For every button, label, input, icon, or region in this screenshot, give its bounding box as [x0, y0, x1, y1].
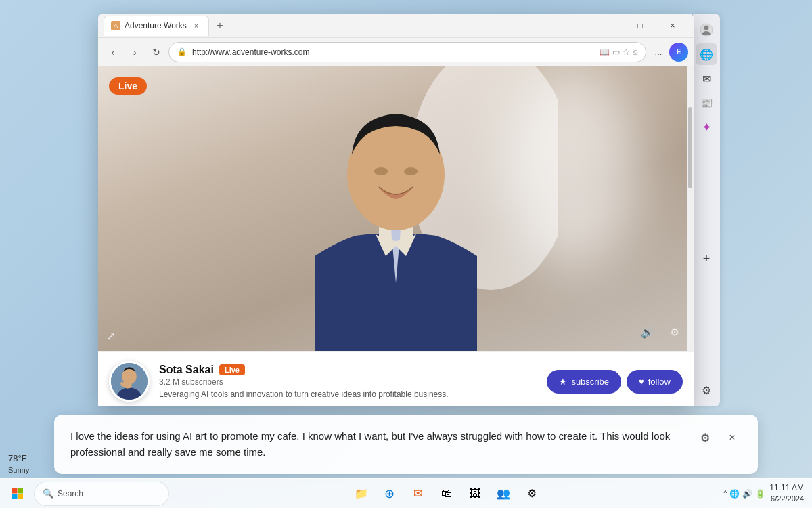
reader-icon[interactable]: 📖 — [600, 47, 610, 57]
share-icon[interactable]: ⎋ — [633, 47, 637, 57]
settings-icon: ⚙ — [670, 326, 679, 339]
video-background — [98, 66, 694, 351]
taskbar-settings[interactable]: ⚙ — [520, 482, 544, 506]
weather-widget: 78°F Sunny — [8, 452, 29, 475]
follow-label: follow — [648, 377, 671, 387]
subscriber-count: 3.2 M subscribers — [159, 377, 537, 387]
forward-button[interactable]: › — [125, 43, 144, 62]
follow-heart-icon: ♥ — [639, 377, 644, 387]
channel-description: Leveraging AI tools and innovation to tu… — [159, 389, 537, 399]
volume-taskbar-icon[interactable]: 🔊 — [742, 489, 752, 499]
address-icons: 📖 ▭ ☆ ⎋ — [600, 47, 637, 57]
avatar-image — [111, 361, 148, 402]
channel-name-row: Sota Sakai Live — [159, 364, 537, 376]
profile-button[interactable]: E — [669, 43, 688, 62]
expand-button[interactable]: ⤢ — [106, 330, 115, 343]
sidebar-icon-profile[interactable] — [696, 19, 717, 41]
edge-sidebar: 🌐 ✉ 📰 ✦ + ⚙ — [693, 14, 720, 406]
start-button[interactable] — [5, 482, 30, 506]
close-button[interactable]: × — [657, 15, 688, 37]
svg-point-9 — [704, 26, 709, 30]
taskbar-center: 📁 ⊕ ✉ 🛍 🖼 👥 ⚙ — [169, 482, 724, 506]
favorites-icon[interactable]: ☆ — [623, 47, 630, 57]
url-text: http://www.adventure-works.com — [192, 47, 594, 57]
store-icon: 🛍 — [441, 488, 452, 500]
comment-overlay: I love the ideas for using AI art to pro… — [54, 415, 758, 474]
tab-icon[interactable]: ▭ — [612, 47, 620, 57]
web-icon: 🌐 — [700, 48, 713, 61]
close-icon: × — [729, 431, 735, 444]
taskbar-mail[interactable]: ✉ — [406, 482, 430, 506]
active-tab[interactable]: A Adventure Works × — [104, 16, 209, 36]
sidebar-icon-mail[interactable]: ✉ — [696, 68, 717, 89]
address-bar[interactable]: 🔒 http://www.adventure-works.com 📖 ▭ ☆ ⎋ — [168, 42, 646, 62]
channel-avatar — [109, 361, 150, 402]
tab-close-button[interactable]: × — [191, 20, 202, 31]
chevron-icon[interactable]: ^ — [724, 490, 727, 497]
weather-condition: Sunny — [8, 465, 29, 475]
comment-text: I love the ideas for using AI art to pro… — [70, 428, 687, 461]
window-controls: — □ × — [592, 15, 688, 37]
svg-point-5 — [404, 167, 418, 175]
subscribe-button[interactable]: ★ subscribe — [547, 370, 621, 394]
follow-button[interactable]: ♥ follow — [627, 370, 683, 394]
taskbar-right: ^ 🌐 🔊 🔋 11:11 AM 6/22/2024 — [724, 482, 804, 504]
comment-settings-button[interactable]: ⚙ — [696, 428, 715, 447]
browser-navbar: ‹ › ↻ 🔒 http://www.adventure-works.com 📖… — [98, 38, 694, 66]
expand-icon: ⤢ — [106, 331, 115, 342]
browser-window: A Adventure Works × + — □ × ‹ › ↻ 🔒 http… — [98, 14, 694, 406]
video-controls: 🔊 ⚙ — [637, 321, 685, 343]
sidebar-add-button[interactable]: + — [696, 248, 717, 270]
taskbar-left: 🔍 Search — [5, 482, 169, 506]
person-in-video — [233, 66, 558, 351]
svg-rect-13 — [18, 494, 24, 499]
windows-logo-icon — [12, 488, 24, 500]
tab-bar: A Adventure Works × + — [104, 16, 587, 36]
svg-rect-11 — [18, 488, 24, 494]
sidebar-icon-web[interactable]: 🌐 — [696, 43, 717, 65]
taskbar-photos[interactable]: 🖼 — [463, 482, 487, 506]
clock[interactable]: 11:11 AM 6/22/2024 — [769, 482, 804, 504]
maximize-button[interactable]: □ — [625, 15, 656, 37]
temperature: 78°F — [8, 452, 29, 465]
svg-rect-10 — [12, 488, 18, 494]
back-button[interactable]: ‹ — [104, 43, 122, 62]
teams-icon: 👥 — [497, 487, 510, 500]
minimize-button[interactable]: — — [592, 15, 623, 37]
browser-titlebar: A Adventure Works × + — □ × — [98, 14, 694, 38]
photos-icon: 🖼 — [470, 488, 480, 500]
network-icon[interactable]: 🌐 — [729, 489, 740, 499]
volume-button[interactable]: 🔊 — [637, 321, 658, 343]
settings-taskbar-icon: ⚙ — [527, 487, 537, 500]
file-explorer-icon: 📁 — [355, 487, 368, 500]
taskbar-search[interactable]: 🔍 Search — [34, 482, 169, 506]
taskbar-browser[interactable]: ⊕ — [378, 482, 402, 506]
more-button[interactable]: ... — [649, 43, 668, 62]
taskbar-file-explorer[interactable]: 📁 — [349, 482, 374, 506]
mail-taskbar-icon: ✉ — [413, 487, 422, 500]
add-icon: + — [703, 252, 710, 266]
sparkle-icon: ✦ — [702, 120, 712, 135]
profile-initials: E — [677, 48, 681, 56]
tab-favicon: A — [111, 21, 120, 30]
mail-icon: ✉ — [702, 72, 711, 85]
settings-button[interactable]: ⚙ — [664, 321, 685, 343]
refresh-button[interactable]: ↻ — [147, 43, 166, 62]
channel-name: Sota Sakai — [159, 364, 214, 376]
battery-icon[interactable]: 🔋 — [755, 489, 765, 499]
search-icon: 🔍 — [43, 488, 53, 499]
channel-actions: ★ subscribe ♥ follow — [547, 370, 683, 394]
sidebar-icon-sparkle[interactable]: ✦ — [696, 117, 717, 138]
scrollbar[interactable] — [687, 66, 694, 351]
sidebar-icon-news[interactable]: 📰 — [696, 92, 717, 114]
search-label: Search — [58, 489, 83, 499]
taskbar-teams[interactable]: 👥 — [491, 482, 516, 506]
taskbar-store[interactable]: 🛍 — [434, 482, 459, 506]
scrollbar-thumb[interactable] — [688, 107, 692, 188]
new-tab-button[interactable]: + — [210, 16, 229, 35]
comment-close-button[interactable]: × — [723, 428, 742, 447]
comment-gear-icon: ⚙ — [700, 431, 710, 444]
svg-rect-12 — [12, 494, 18, 499]
browser-content: Live ⤢ 🔊 ⚙ — [98, 66, 694, 406]
sidebar-gear-button[interactable]: ⚙ — [696, 379, 717, 401]
